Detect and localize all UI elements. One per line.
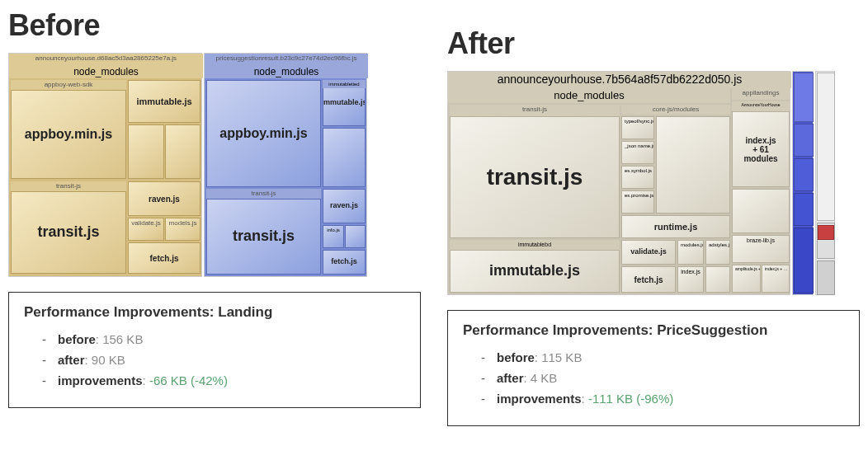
module-info: info.js: [323, 225, 344, 248]
module-amplitude: amplitude.js + 3 modules: [732, 265, 761, 293]
module-promise: es.promise.js: [621, 190, 654, 214]
immutabletied-label: immutabletied: [323, 80, 366, 88]
module-small-a: [323, 128, 366, 187]
stats-row-after: - after: 4 KB: [463, 368, 844, 388]
after-bundle-side-blue: [792, 71, 814, 295]
module-indexjs: index.js + …: [762, 265, 790, 293]
module-runtime: runtime.js: [621, 215, 730, 238]
before-bundle-tan: announceyourhouse.d68ac5d3aa2865225e7a.j…: [8, 53, 202, 277]
corejs-header: core-js/modules: [621, 105, 730, 115]
module-transit: transit.js: [450, 116, 620, 238]
stats-price: Performance Improvements: PriceSuggestio…: [447, 310, 860, 426]
stats-row-after: - after: 90 KB: [24, 350, 405, 370]
module-validate: validate.js: [621, 240, 676, 265]
transit-header: transit-js: [450, 105, 620, 116]
after-heading: After: [447, 26, 860, 61]
transit-inner-header: transit-js: [206, 189, 321, 199]
node-modules-label: node_modules: [205, 65, 368, 78]
before-bundle-blue: pricesuggestionresult.b23c9c27e74d2ec96f…: [204, 53, 367, 277]
immutable-header: immutablebd: [450, 240, 620, 250]
module-typeof: typeof/sync.js: [621, 116, 654, 139]
module-braze: braze-lib.js: [732, 235, 790, 263]
bundle-file-label: announceyourhouse.7b564a8f57db6222d050.j…: [448, 72, 791, 88]
node-modules-label: node_modules: [9, 65, 203, 78]
module-immutable: immutable.js: [128, 80, 200, 123]
module-raven: raven.js: [323, 189, 366, 223]
before-column: Before announceyourhouse.d68ac5d3aa28652…: [8, 8, 421, 426]
announceY-header: AnnounceYourHouse: [732, 101, 790, 111]
before-heading: Before: [8, 8, 421, 43]
module-small-fill: [705, 266, 730, 293]
after-treemap-container: announceyourhouse.7b564a8f57db6222d050.j…: [447, 71, 860, 295]
module-corejs-grid: [656, 116, 730, 214]
module-validate: validate.js: [128, 218, 164, 241]
module-small-b: [165, 124, 200, 179]
after-column: After announceyourhouse.7b564a8f57db6222…: [447, 8, 860, 426]
applandings-header: appllandings: [732, 88, 790, 100]
stats-title: Performance Improvements: Landing: [24, 304, 405, 321]
stats-row-improvements: - improvements: -111 KB (-96%): [463, 388, 844, 409]
appboy-header: appboy-web-sdk: [11, 80, 126, 90]
module-appboy: appboy.min.js: [206, 80, 321, 187]
after-bundle-main: announceyourhouse.7b564a8f57db6222d050.j…: [447, 71, 790, 295]
module-indexmodules: index.js + 61 modules: [732, 111, 790, 187]
module-fill-b: [345, 225, 366, 248]
stats-title: Performance Improvements: PriceSuggestio…: [463, 322, 844, 339]
stats-row-before: - before: 156 KB: [24, 329, 405, 350]
module-fetch: fetch.js: [621, 266, 676, 293]
module-right-fill: [732, 189, 790, 233]
module-immutable: immutable.js: [450, 250, 620, 293]
module-transit: transit.js: [11, 191, 126, 274]
module-appboy: appboy.min.js: [11, 90, 126, 179]
module-small-a: [128, 124, 164, 179]
bundle-file-label: pricesuggestionresult.b23c9c27e74d2ec96f…: [205, 54, 368, 65]
module-fetch: fetch.js: [128, 242, 200, 274]
module-transit: transit.js: [206, 199, 321, 275]
module-adstyles: adstyles.js: [705, 240, 730, 265]
module-json: _json name.js: [621, 141, 654, 164]
module-models: models.js: [165, 218, 200, 241]
bundle-file-label: announceyourhouse.d68ac5d3aa2865225e7a.j…: [9, 54, 203, 65]
stats-row-improvements: - improvements: -66 KB (-42%): [24, 370, 405, 391]
transit-inner-header: transit-js: [11, 181, 126, 191]
module-modules: modules.js: [677, 240, 704, 265]
stats-row-before: - before: 115 KB: [463, 347, 844, 368]
stats-landing: Performance Improvements: Landing - befo…: [8, 292, 421, 408]
before-treemap-container: announceyourhouse.d68ac5d3aa2865225e7a.j…: [8, 53, 421, 277]
module-raven: raven.js: [128, 181, 200, 216]
after-bundle-side-gray: [815, 71, 835, 295]
module-symbol: es.symbol.js: [621, 166, 654, 189]
node-modules-label: node_modules: [448, 88, 730, 103]
module-index: index.js: [677, 266, 704, 293]
module-fetch: fetch.js: [323, 250, 366, 275]
